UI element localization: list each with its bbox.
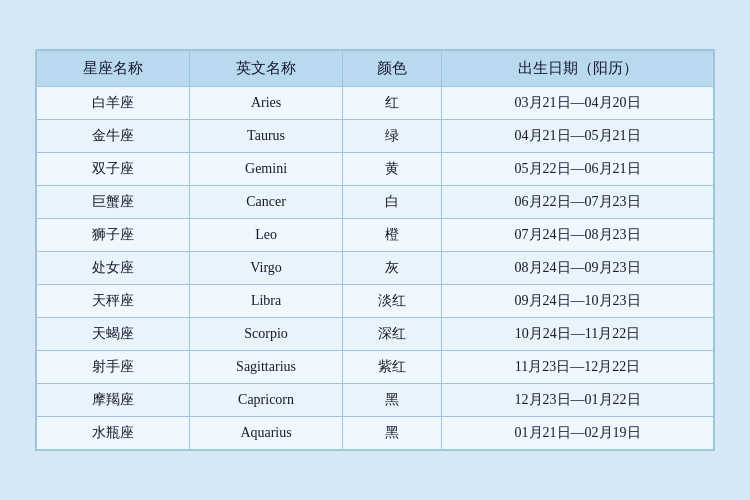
cell-chinese-name: 水瓶座 — [37, 417, 190, 450]
cell-chinese-name: 双子座 — [37, 153, 190, 186]
cell-dates: 11月23日—12月22日 — [442, 351, 714, 384]
cell-english-name: Sagittarius — [190, 351, 343, 384]
cell-color: 紫红 — [343, 351, 442, 384]
cell-dates: 04月21日—05月21日 — [442, 120, 714, 153]
table-body: 白羊座Aries红03月21日—04月20日金牛座Taurus绿04月21日—0… — [37, 87, 714, 450]
cell-chinese-name: 射手座 — [37, 351, 190, 384]
cell-english-name: Leo — [190, 219, 343, 252]
cell-dates: 09月24日—10月23日 — [442, 285, 714, 318]
table-row: 射手座Sagittarius紫红11月23日—12月22日 — [37, 351, 714, 384]
cell-chinese-name: 摩羯座 — [37, 384, 190, 417]
cell-english-name: Scorpio — [190, 318, 343, 351]
cell-dates: 05月22日—06月21日 — [442, 153, 714, 186]
cell-color: 黑 — [343, 417, 442, 450]
table-row: 天秤座Libra淡红09月24日—10月23日 — [37, 285, 714, 318]
cell-color: 深红 — [343, 318, 442, 351]
cell-english-name: Capricorn — [190, 384, 343, 417]
zodiac-table-container: 星座名称 英文名称 颜色 出生日期（阳历） 白羊座Aries红03月21日—04… — [35, 49, 715, 451]
cell-dates: 03月21日—04月20日 — [442, 87, 714, 120]
table-row: 双子座Gemini黄05月22日—06月21日 — [37, 153, 714, 186]
cell-english-name: Taurus — [190, 120, 343, 153]
header-chinese-name: 星座名称 — [37, 51, 190, 87]
cell-dates: 06月22日—07月23日 — [442, 186, 714, 219]
cell-chinese-name: 处女座 — [37, 252, 190, 285]
cell-chinese-name: 天蝎座 — [37, 318, 190, 351]
cell-color: 绿 — [343, 120, 442, 153]
cell-chinese-name: 金牛座 — [37, 120, 190, 153]
cell-dates: 12月23日—01月22日 — [442, 384, 714, 417]
table-row: 白羊座Aries红03月21日—04月20日 — [37, 87, 714, 120]
cell-color: 灰 — [343, 252, 442, 285]
cell-color: 黄 — [343, 153, 442, 186]
table-row: 金牛座Taurus绿04月21日—05月21日 — [37, 120, 714, 153]
cell-english-name: Aquarius — [190, 417, 343, 450]
cell-english-name: Cancer — [190, 186, 343, 219]
cell-color: 橙 — [343, 219, 442, 252]
cell-dates: 07月24日—08月23日 — [442, 219, 714, 252]
header-dates: 出生日期（阳历） — [442, 51, 714, 87]
cell-chinese-name: 狮子座 — [37, 219, 190, 252]
table-row: 天蝎座Scorpio深红10月24日—11月22日 — [37, 318, 714, 351]
table-row: 处女座Virgo灰08月24日—09月23日 — [37, 252, 714, 285]
cell-color: 红 — [343, 87, 442, 120]
table-row: 摩羯座Capricorn黑12月23日—01月22日 — [37, 384, 714, 417]
header-english-name: 英文名称 — [190, 51, 343, 87]
cell-english-name: Virgo — [190, 252, 343, 285]
cell-chinese-name: 巨蟹座 — [37, 186, 190, 219]
cell-chinese-name: 天秤座 — [37, 285, 190, 318]
cell-dates: 08月24日—09月23日 — [442, 252, 714, 285]
cell-color: 淡红 — [343, 285, 442, 318]
header-color: 颜色 — [343, 51, 442, 87]
zodiac-table: 星座名称 英文名称 颜色 出生日期（阳历） 白羊座Aries红03月21日—04… — [36, 50, 714, 450]
cell-color: 白 — [343, 186, 442, 219]
cell-dates: 10月24日—11月22日 — [442, 318, 714, 351]
table-row: 巨蟹座Cancer白06月22日—07月23日 — [37, 186, 714, 219]
cell-chinese-name: 白羊座 — [37, 87, 190, 120]
table-row: 狮子座Leo橙07月24日—08月23日 — [37, 219, 714, 252]
cell-english-name: Libra — [190, 285, 343, 318]
cell-english-name: Aries — [190, 87, 343, 120]
table-row: 水瓶座Aquarius黑01月21日—02月19日 — [37, 417, 714, 450]
cell-color: 黑 — [343, 384, 442, 417]
cell-dates: 01月21日—02月19日 — [442, 417, 714, 450]
table-header-row: 星座名称 英文名称 颜色 出生日期（阳历） — [37, 51, 714, 87]
cell-english-name: Gemini — [190, 153, 343, 186]
